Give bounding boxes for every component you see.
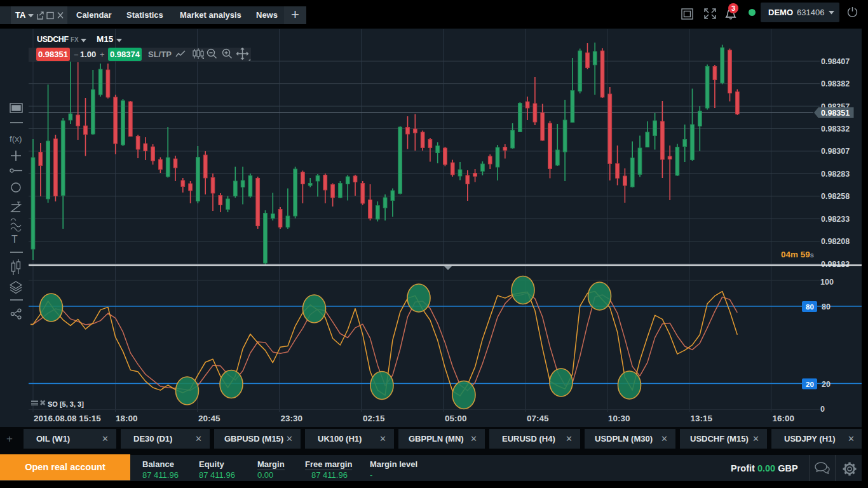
svg-text:0.98382: 0.98382 (821, 79, 850, 88)
svg-text:80: 80 (806, 303, 814, 311)
svg-text:0: 0 (820, 405, 825, 414)
svg-text:0.98233: 0.98233 (821, 215, 850, 224)
svg-text:0.98407: 0.98407 (821, 57, 850, 66)
svg-text:20: 20 (806, 381, 814, 388)
svg-text:02:15: 02:15 (363, 414, 385, 423)
svg-text:20: 20 (822, 380, 831, 389)
svg-text:80: 80 (822, 302, 831, 311)
svg-text:04m 59s: 04m 59s (781, 250, 814, 259)
svg-text:05:00: 05:00 (445, 414, 467, 423)
svg-text:0.98283: 0.98283 (821, 170, 850, 179)
svg-text:f(x): f(x) (10, 134, 22, 144)
svg-text:0.98183: 0.98183 (821, 260, 850, 269)
svg-text:20:45: 20:45 (198, 414, 220, 423)
svg-text:100: 100 (820, 278, 834, 287)
svg-text:0.98258: 0.98258 (821, 192, 850, 201)
svg-text:10:30: 10:30 (608, 414, 630, 423)
svg-text:SO [5, 3, 3]: SO [5, 3, 3] (48, 400, 84, 408)
svg-text:07:45: 07:45 (527, 414, 549, 423)
svg-text:0.98307: 0.98307 (821, 147, 850, 156)
svg-text:T: T (11, 234, 18, 245)
svg-text:16:00: 16:00 (773, 414, 795, 423)
svg-text:0.98208: 0.98208 (821, 237, 850, 246)
svg-text:13:15: 13:15 (691, 414, 713, 423)
svg-text:2016.08.08 15:15: 2016.08.08 15:15 (34, 414, 101, 423)
svg-text:18:00: 18:00 (116, 414, 138, 423)
svg-text:0.98332: 0.98332 (821, 125, 850, 133)
svg-text:0.98351: 0.98351 (821, 109, 850, 118)
svg-text:23:30: 23:30 (281, 414, 303, 423)
